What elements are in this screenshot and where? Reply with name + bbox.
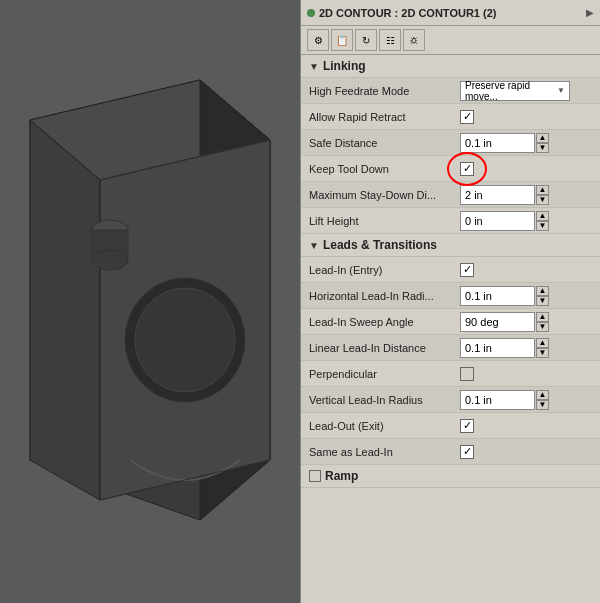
toolbar-btn-3[interactable]: ↻ [355,29,377,51]
vertical-lead-in-spinners: ▲ ▼ [536,390,549,410]
linear-lead-in-row: Linear Lead-In Distance ▲ ▼ [301,335,600,361]
horizontal-lead-in-spinners: ▲ ▼ [536,286,549,306]
horizontal-lead-in-input[interactable] [460,286,535,306]
linking-title: Linking [323,59,366,73]
allow-rapid-retract-checkbox[interactable]: ✓ [460,110,474,124]
lift-height-input[interactable] [460,211,535,231]
lead-in-entry-label: Lead-In (Entry) [301,261,456,279]
lead-in-sweep-value: ▲ ▼ [456,310,600,334]
lift-height-input-group: ▲ ▼ [460,211,549,231]
lead-in-sweep-input[interactable] [460,312,535,332]
expand-arrow[interactable]: ▶ [586,7,594,18]
lead-in-sweep-input-group: ▲ ▼ [460,312,549,332]
panel-content: ▼ Linking High Feedrate Mode Preserve ra… [301,55,600,603]
toolbar-btn-4[interactable]: ☷ [379,29,401,51]
high-feedrate-mode-row: High Feedrate Mode Preserve rapid move..… [301,78,600,104]
vertical-lead-in-down[interactable]: ▼ [536,400,549,410]
linear-lead-in-value: ▲ ▼ [456,336,600,360]
lift-height-down[interactable]: ▼ [536,221,549,231]
toolbar: ⚙ 📋 ↻ ☷ ⛭ [301,26,600,55]
linear-lead-in-up[interactable]: ▲ [536,338,549,348]
ramp-title: Ramp [325,469,358,483]
horizontal-lead-in-row: Horizontal Lead-In Radi... ▲ ▼ [301,283,600,309]
same-as-lead-in-row: Same as Lead-In ✓ [301,439,600,465]
linear-lead-in-input[interactable] [460,338,535,358]
vertical-lead-in-label: Vertical Lead-In Radius [301,391,456,409]
perpendicular-row: Perpendicular [301,361,600,387]
lead-in-sweep-down[interactable]: ▼ [536,322,549,332]
dropdown-arrow-icon: ▼ [557,86,565,95]
lead-in-sweep-spinners: ▲ ▼ [536,312,549,332]
safe-distance-up[interactable]: ▲ [536,133,549,143]
panel-title: 2D CONTOUR : 2D CONTOUR1 (2) [319,7,582,19]
perpendicular-value [456,365,600,383]
linear-lead-in-down[interactable]: ▼ [536,348,549,358]
horizontal-lead-in-input-group: ▲ ▼ [460,286,549,306]
vertical-lead-in-row: Vertical Lead-In Radius ▲ ▼ [301,387,600,413]
properties-panel: 2D CONTOUR : 2D CONTOUR1 (2) ▶ ⚙ 📋 ↻ ☷ ⛭… [300,0,600,603]
lift-height-up[interactable]: ▲ [536,211,549,221]
lift-height-label: Lift Height [301,212,456,230]
safe-distance-label: Safe Distance [301,134,456,152]
linking-triangle: ▼ [309,61,319,72]
high-feedrate-mode-dropdown[interactable]: Preserve rapid move... ▼ [460,81,570,101]
leads-transitions-section-header[interactable]: ▼ Leads & Transitions [301,234,600,257]
max-stay-down-down[interactable]: ▼ [536,195,549,205]
lead-in-entry-value: ✓ [456,261,600,279]
keep-tool-down-label: Keep Tool Down [301,160,456,178]
linear-lead-in-spinners: ▲ ▼ [536,338,549,358]
keep-tool-down-checkbox[interactable]: ✓ [460,162,474,176]
max-stay-down-label: Maximum Stay-Down Di... [301,186,456,204]
lead-in-entry-checkbox[interactable]: ✓ [460,263,474,277]
max-stay-down-spinners: ▲ ▼ [536,185,549,205]
safe-distance-down[interactable]: ▼ [536,143,549,153]
lead-in-sweep-up[interactable]: ▲ [536,312,549,322]
lead-in-entry-row: Lead-In (Entry) ✓ [301,257,600,283]
leads-transitions-title: Leads & Transitions [323,238,437,252]
svg-point-7 [135,288,235,392]
safe-distance-value: ▲ ▼ [456,131,600,155]
lead-out-exit-row: Lead-Out (Exit) ✓ [301,413,600,439]
vertical-lead-in-up[interactable]: ▲ [536,390,549,400]
lead-in-sweep-row: Lead-In Sweep Angle ▲ ▼ [301,309,600,335]
perpendicular-checkbox[interactable] [460,367,474,381]
lead-out-exit-label: Lead-Out (Exit) [301,417,456,435]
ramp-section-header[interactable]: Ramp [301,465,600,488]
toolbar-btn-5[interactable]: ⛭ [403,29,425,51]
keep-tool-down-circled: ✓ [460,162,474,176]
allow-rapid-retract-label: Allow Rapid Retract [301,108,456,126]
lift-height-row: Lift Height ▲ ▼ [301,208,600,234]
lift-height-value: ▲ ▼ [456,209,600,233]
ramp-checkbox[interactable] [309,470,321,482]
lead-out-exit-checkbox[interactable]: ✓ [460,419,474,433]
max-stay-down-input[interactable] [460,185,535,205]
vertical-lead-in-input[interactable] [460,390,535,410]
horizontal-lead-in-down[interactable]: ▼ [536,296,549,306]
safe-distance-row: Safe Distance ▲ ▼ [301,130,600,156]
high-feedrate-mode-text: Preserve rapid move... [465,80,557,102]
same-as-lead-in-checkbox[interactable]: ✓ [460,445,474,459]
toolbar-btn-1[interactable]: ⚙ [307,29,329,51]
linking-section-header[interactable]: ▼ Linking [301,55,600,78]
allow-rapid-retract-row: Allow Rapid Retract ✓ [301,104,600,130]
perpendicular-label: Perpendicular [301,365,456,383]
safe-distance-input[interactable] [460,133,535,153]
allow-rapid-retract-value: ✓ [456,108,600,126]
svg-point-10 [92,250,128,270]
lead-out-exit-value: ✓ [456,417,600,435]
same-as-lead-in-label: Same as Lead-In [301,443,456,461]
safe-distance-input-group: ▲ ▼ [460,133,549,153]
3d-viewport [0,0,300,603]
max-stay-down-up[interactable]: ▲ [536,185,549,195]
vertical-lead-in-input-group: ▲ ▼ [460,390,549,410]
leads-transitions-triangle: ▼ [309,240,319,251]
status-dot [307,9,315,17]
keep-tool-down-value: ✓ [456,160,600,178]
title-bar: 2D CONTOUR : 2D CONTOUR1 (2) ▶ [301,0,600,26]
horizontal-lead-in-up[interactable]: ▲ [536,286,549,296]
toolbar-btn-2[interactable]: 📋 [331,29,353,51]
keep-tool-down-row: Keep Tool Down ✓ [301,156,600,182]
lead-in-sweep-label: Lead-In Sweep Angle [301,313,456,331]
horizontal-lead-in-value: ▲ ▼ [456,284,600,308]
max-stay-down-value: ▲ ▼ [456,183,600,207]
